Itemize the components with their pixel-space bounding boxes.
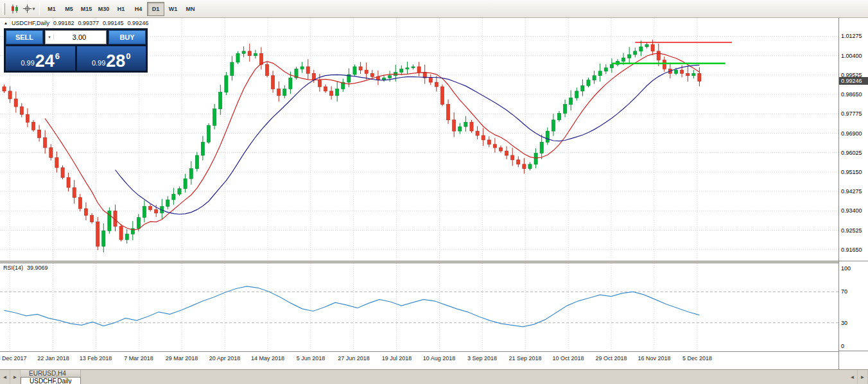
- date-axis-label: 14 May 2018: [247, 355, 288, 362]
- rsi-axis-label: 70: [841, 288, 847, 295]
- sell-price-display[interactable]: 0.99 24 6: [6, 46, 75, 71]
- mt4-terminal: ▾ M1M5M15M30H1H4D1W1MN ▲ USDCHF,Daily 0.…: [0, 0, 868, 384]
- rsi-panel[interactable]: RSI(14) 39.9069: [0, 263, 838, 351]
- rsi-axis-label: 30: [841, 320, 847, 326]
- chart-tab-eurusd-h4[interactable]: EURUSD,H4: [21, 370, 81, 377]
- timeframe-w1[interactable]: W1: [164, 2, 182, 16]
- toolbar-grip[interactable]: [3, 3, 5, 15]
- lot-size-input[interactable]: [54, 33, 105, 41]
- rsi-axis-label: 100: [841, 265, 851, 272]
- date-axis-label: 7 Mar 2018: [118, 355, 159, 362]
- rsi-axis-label: 0: [841, 343, 844, 349]
- axis-separator: [839, 261, 868, 261]
- rsi-indicator-label: RSI(14) 39.9069: [3, 265, 48, 271]
- date-axis-label: 19 Jul 2018: [376, 355, 417, 362]
- sell-price-prefix: 0.99: [21, 59, 34, 67]
- price-axis-label: 0.94275: [841, 188, 862, 195]
- lot-dropdown-caret-icon[interactable]: ▾: [46, 35, 54, 40]
- chart-window: ▲ USDCHF,Daily 0.99182 0.99377 0.99145 0…: [0, 18, 868, 369]
- toolbar-separator: [39, 3, 40, 15]
- candlestick-glyph: [10, 4, 19, 14]
- timeframe-h4[interactable]: H4: [130, 2, 147, 16]
- buy-price-display[interactable]: 0.99 28 0: [77, 46, 146, 71]
- sell-price-sup: 6: [55, 51, 60, 61]
- trade-widget-controls: SELL ▾ BUY: [6, 30, 146, 44]
- chart-tabs: EURUSD,H4USDCHF,DailyUSDCAD,H4AUDUSD,H4U…: [21, 370, 81, 384]
- collapse-triangle-icon[interactable]: ▲: [4, 21, 8, 25]
- sell-price-big: 24: [35, 54, 55, 69]
- chart-tab-bar: ◄ ► EURUSD,H4USDCHF,DailyUSDCAD,H4AUDUSD…: [0, 369, 868, 384]
- crosshair-icon[interactable]: ▾: [22, 2, 36, 16]
- ohlc-close: 0.99246: [128, 20, 149, 26]
- timeframe-m30[interactable]: M30: [95, 2, 112, 16]
- price-axis-label: 0.92525: [841, 227, 862, 234]
- date-axis-label: 27 Jun 2018: [333, 355, 374, 362]
- rsi-value: 39.9069: [27, 265, 48, 271]
- timeframe-mn[interactable]: MN: [182, 2, 199, 16]
- timeframe-m1[interactable]: M1: [43, 2, 60, 16]
- price-axis-label: 0.93400: [841, 207, 862, 214]
- price-axis[interactable]: 0.99246 1.012751.004000.995250.986500.97…: [838, 18, 868, 369]
- rsi-name: RSI(14): [3, 265, 23, 271]
- price-chart-panel[interactable]: ▲ USDCHF,Daily 0.99182 0.99377 0.99145 0…: [0, 18, 838, 261]
- date-axis-label: 16 Nov 2018: [634, 355, 675, 362]
- date-axis-label: 22 Jan 2018: [33, 355, 74, 362]
- chart-header: ▲ USDCHF,Daily 0.99182 0.99377 0.99145 0…: [4, 20, 148, 26]
- date-axis-label: 13 Feb 2018: [75, 355, 116, 362]
- sell-button[interactable]: SELL: [6, 30, 43, 44]
- lot-size-control[interactable]: ▾: [45, 30, 107, 44]
- date-axis[interactable]: 28 Dec 201722 Jan 201813 Feb 20187 Mar 2…: [0, 351, 838, 369]
- price-axis-label: 0.96025: [841, 150, 862, 156]
- plot-column: ▲ USDCHF,Daily 0.99182 0.99377 0.99145 0…: [0, 18, 838, 369]
- date-axis-label: 28 Dec 2017: [0, 355, 31, 362]
- tab-scroll-right-icon[interactable]: ►: [10, 370, 21, 384]
- buy-price-big: 28: [106, 54, 125, 69]
- date-axis-label: 3 Sep 2018: [462, 355, 503, 362]
- current-price-tag: 0.99246: [839, 77, 868, 85]
- tab-scroll-left-icon[interactable]: ◄: [0, 370, 10, 384]
- date-axis-label: 29 Oct 2018: [591, 355, 632, 362]
- rsi-chart-svg[interactable]: [0, 263, 838, 351]
- chart-symbol-label: USDCHF,Daily: [12, 20, 49, 26]
- one-click-trading-widget: SELL ▾ BUY 0.99 24 6: [4, 28, 148, 73]
- price-axis-label: 0.97775: [841, 110, 862, 117]
- date-axis-label: 10 Oct 2018: [548, 355, 589, 362]
- chart-tab-usdchf-daily[interactable]: USDCHF,Daily: [21, 377, 81, 384]
- tab-bar-spacer: [81, 370, 847, 384]
- price-axis-label: 0.98650: [841, 91, 862, 98]
- ohlc-high: 0.99377: [78, 20, 100, 26]
- date-axis-label: 21 Sep 2018: [505, 355, 546, 362]
- date-axis-label: 5 Dec 2018: [677, 355, 718, 362]
- timeframe-m15[interactable]: M15: [78, 2, 95, 16]
- buy-button[interactable]: BUY: [108, 30, 146, 44]
- price-axis-label: 1.00400: [841, 53, 862, 59]
- date-axis-label: 20 Apr 2018: [204, 355, 245, 362]
- axis-separator: [839, 351, 868, 351]
- price-axis-label: 0.96900: [841, 130, 862, 137]
- price-axis-label: 0.95150: [841, 169, 862, 175]
- chevron-down-icon: ▾: [33, 6, 35, 12]
- date-axis-label: 5 Jun 2018: [290, 355, 331, 362]
- timeframe-h1[interactable]: H1: [112, 2, 130, 16]
- tab-scroll-right-end-icon[interactable]: ►: [858, 370, 868, 384]
- top-toolbar: ▾ M1M5M15M30H1H4D1W1MN: [0, 0, 868, 18]
- price-axis-label: 1.01275: [841, 33, 862, 39]
- timeframe-d1[interactable]: D1: [147, 2, 164, 16]
- date-axis-label: 10 Aug 2018: [419, 355, 460, 362]
- price-axis-label: 0.91650: [841, 247, 862, 253]
- timeframe-m5[interactable]: M5: [60, 2, 78, 16]
- ohlc-open: 0.99182: [53, 20, 74, 26]
- crosshair-glyph: [23, 4, 31, 13]
- date-axis-label: 29 Mar 2018: [161, 355, 202, 362]
- ohlc-low: 0.99145: [103, 20, 124, 26]
- buy-price-prefix: 0.99: [92, 59, 105, 67]
- tab-scroll-left-end-icon[interactable]: ◄: [847, 370, 858, 384]
- buy-price-sup: 0: [126, 51, 130, 61]
- candlestick-chart-icon[interactable]: [8, 2, 22, 16]
- trade-widget-prices: 0.99 24 6 0.99 28 0: [6, 46, 146, 71]
- timeframe-group: M1M5M15M30H1H4D1W1MN: [43, 2, 199, 16]
